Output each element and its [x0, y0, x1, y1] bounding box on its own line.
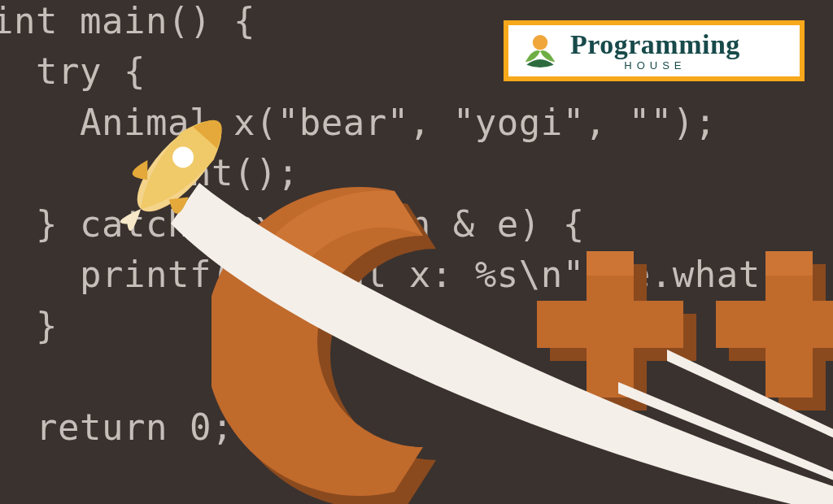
badge-title: Programming: [570, 31, 740, 59]
brand-badge: Programming HOUSE: [504, 20, 805, 81]
badge-subtitle: HOUSE: [570, 60, 740, 71]
code-line: printf("Animal x: %s\n", e.what(): [0, 254, 805, 295]
code-line: return 0;: [0, 406, 233, 448]
code-line: int main() {: [0, 0, 255, 41]
code-line: int();: [0, 152, 299, 193]
promo-graphic: int main() { try { Animal x("bear", "yog…: [0, 0, 833, 504]
svg-point-12: [533, 35, 547, 50]
code-line: }: [0, 305, 58, 346]
badge-text: Programming HOUSE: [570, 31, 740, 71]
code-line: Animal x("bear", "yogi", "");: [0, 102, 717, 143]
leaf-sun-icon: [520, 31, 560, 72]
code-line: try {: [0, 50, 146, 92]
code-line: } catch (exception & e) {: [0, 203, 585, 245]
